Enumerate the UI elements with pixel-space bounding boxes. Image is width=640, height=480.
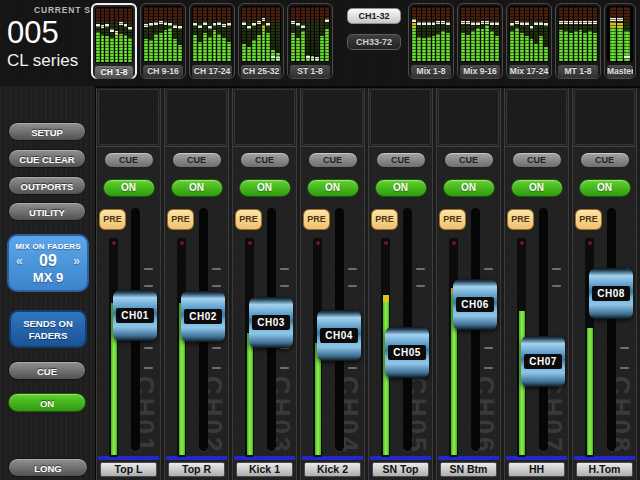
led-segments-overlay [446, 7, 450, 61]
encoder-panel[interactable] [234, 89, 295, 145]
meter-bar [427, 7, 431, 61]
cue-button-ch03[interactable]: CUE [240, 152, 290, 168]
led-segments-overlay [515, 7, 519, 61]
channel-name-box[interactable]: Kick 2 [304, 462, 361, 477]
pre-badge[interactable]: PRE [371, 209, 398, 230]
peak-segment [383, 295, 389, 302]
encoder-panel[interactable] [506, 89, 567, 145]
pre-badge[interactable]: PRE [507, 209, 534, 230]
stagemix-app: CURRENT SCENE 005 CL series CH 1-8CH 9-1… [0, 0, 640, 480]
meter-bar [471, 7, 475, 61]
encoder-panel[interactable] [370, 89, 431, 145]
meter-bar [257, 7, 261, 61]
meter-block-mix-1-8[interactable]: Mix 1-8 [408, 3, 454, 79]
on-button-ch06[interactable]: ON [443, 179, 495, 197]
meter-bars [558, 6, 598, 62]
fader-cap-ch03[interactable]: CH03 [249, 297, 293, 348]
cue-button-ch05[interactable]: CUE [376, 152, 426, 168]
fader-area: PRECH08CH08 [573, 205, 636, 456]
channel-name-box[interactable]: SN Btm [440, 462, 497, 477]
pre-badge[interactable]: PRE [235, 209, 262, 230]
on-button-ch02[interactable]: ON [171, 179, 223, 197]
led-segments-overlay [306, 7, 310, 61]
fader-track[interactable] [607, 208, 616, 451]
channel-name-box[interactable]: SN Top [372, 462, 429, 477]
fader-cap-ch08[interactable]: CH08 [589, 268, 633, 319]
fader-scale-tick [416, 268, 425, 270]
cue-clear-button[interactable]: CUE CLEAR [8, 149, 86, 168]
pre-badge[interactable]: PRE [439, 209, 466, 230]
next-mix-icon[interactable]: » [73, 254, 80, 268]
encoder-panel[interactable] [574, 89, 635, 145]
outports-button[interactable]: OUTPORTS [8, 176, 86, 195]
sidebar-cue-button[interactable]: CUE [8, 361, 86, 380]
pre-badge[interactable]: PRE [167, 209, 194, 230]
pre-badge[interactable]: PRE [303, 209, 330, 230]
fader-cap-ch02[interactable]: CH02 [181, 291, 225, 342]
meter-bar [436, 7, 440, 61]
meter-bar [583, 7, 587, 61]
encoder-panel[interactable] [166, 89, 227, 145]
channel-name-box[interactable]: Top R [168, 462, 225, 477]
on-button-ch03[interactable]: ON [239, 179, 291, 197]
cue-button-ch02[interactable]: CUE [172, 152, 222, 168]
bank-button-ch1-32[interactable]: CH1-32 [347, 8, 401, 24]
meter-block-mix-9-16[interactable]: Mix 9-16 [457, 3, 503, 79]
on-button-ch07[interactable]: ON [511, 179, 563, 197]
meter-bar [124, 8, 128, 62]
encoder-panel[interactable] [98, 89, 159, 145]
channel-name-box[interactable]: HH [508, 462, 565, 477]
meter-block-mt-1-8[interactable]: MT 1-8 [555, 3, 601, 79]
on-button-ch04[interactable]: ON [307, 179, 359, 197]
cue-button-ch01[interactable]: CUE [104, 152, 154, 168]
cue-button-ch08[interactable]: CUE [580, 152, 630, 168]
led-segments-overlay [128, 8, 132, 62]
meter-block-master[interactable]: Master [604, 3, 636, 79]
meter-bars [290, 6, 330, 62]
pre-badge[interactable]: PRE [99, 209, 126, 230]
fader-cap-ch04[interactable]: CH04 [317, 310, 361, 361]
encoder-panel[interactable] [302, 89, 363, 145]
led-segments-overlay [422, 7, 426, 61]
cue-button-ch07[interactable]: CUE [512, 152, 562, 168]
meter-bar [422, 7, 426, 61]
meter-block-ch-25-32[interactable]: CH 25-32 [238, 3, 284, 79]
channel-color-bar [302, 456, 363, 460]
fader-scale-tick [552, 285, 561, 287]
led-segments-overlay [466, 7, 470, 61]
sidebar-on-button[interactable]: ON [8, 393, 86, 412]
fader-cap-ch05[interactable]: CH05 [385, 327, 429, 378]
sends-on-faders-button[interactable]: SENDS ON FADERS [9, 310, 87, 348]
fader-cap-ch06[interactable]: CH06 [453, 279, 497, 330]
meter-block-ch-9-16[interactable]: CH 9-16 [140, 3, 186, 79]
channel-name-box[interactable]: Kick 1 [236, 462, 293, 477]
meter-block-ch-1-8[interactable]: CH 1-8 [91, 3, 137, 79]
mix-on-faders-selector[interactable]: MIX ON FADERS « 09 » MX 9 [7, 234, 89, 292]
cue-button-ch06[interactable]: CUE [444, 152, 494, 168]
led-segments-overlay [325, 7, 329, 61]
prev-mix-icon[interactable]: « [16, 254, 23, 268]
utility-button[interactable]: UTILITY [8, 202, 86, 221]
on-button-ch05[interactable]: ON [375, 179, 427, 197]
on-button-ch01[interactable]: ON [103, 179, 155, 197]
cue-button-ch04[interactable]: CUE [308, 152, 358, 168]
meter-bar [208, 7, 212, 61]
meter-bar [593, 7, 597, 61]
meter-block-st-1-8[interactable]: ST 1-8 [287, 3, 333, 79]
fader-track[interactable] [539, 208, 548, 451]
bank-button-ch33-72[interactable]: CH33-72 [347, 34, 401, 50]
fader-cap-ch01[interactable]: CH01 [113, 290, 157, 341]
encoder-panel[interactable] [438, 89, 499, 145]
setup-button[interactable]: SETUP [8, 122, 86, 141]
meter-block-label: CH 9-16 [143, 65, 183, 78]
fader-scale-tick [348, 268, 357, 270]
fader-cap-ch07[interactable]: CH07 [521, 336, 565, 387]
meter-block-mix-17-24[interactable]: Mix 17-24 [506, 3, 552, 79]
on-button-ch08[interactable]: ON [579, 179, 631, 197]
meter-level-fill [247, 333, 253, 455]
meter-block-ch-17-24[interactable]: CH 17-24 [189, 3, 235, 79]
channel-name-box[interactable]: Top L [100, 462, 157, 477]
channel-name-box[interactable]: H.Tom [576, 462, 633, 477]
long-faders-button[interactable]: LONG FADERS [8, 458, 88, 477]
pre-badge[interactable]: PRE [575, 209, 602, 230]
